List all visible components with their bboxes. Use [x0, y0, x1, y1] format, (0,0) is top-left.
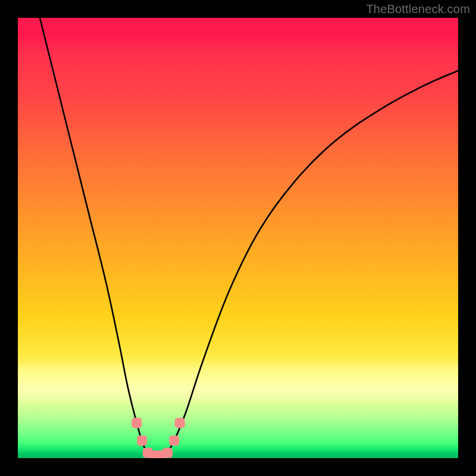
- marker: [137, 436, 147, 446]
- bottleneck-markers: [131, 418, 185, 458]
- watermark-text: TheBottleneck.com: [366, 2, 470, 16]
- curve-svg: [18, 18, 458, 458]
- chart-frame: TheBottleneck.com: [0, 0, 476, 476]
- marker: [169, 436, 179, 446]
- bottleneck-curve: [40, 18, 458, 458]
- marker: [131, 418, 142, 428]
- marker: [175, 418, 185, 428]
- plot-area: [18, 18, 458, 458]
- marker: [162, 448, 173, 458]
